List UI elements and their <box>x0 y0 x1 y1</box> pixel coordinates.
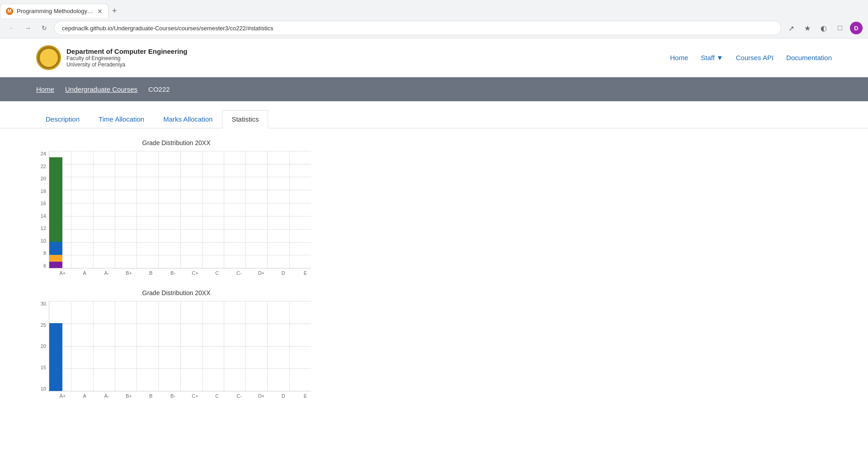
x2-label-dplus: D+ <box>250 393 272 399</box>
vgrid2-7 <box>202 301 203 391</box>
address-bar[interactable]: cepdnaclk.github.io/Undergraduate-Course… <box>54 21 781 35</box>
org-info: Department of Computer Engineering Facul… <box>66 47 188 68</box>
y2-label-20: 20 <box>36 343 46 349</box>
x2-label-b: B <box>140 393 162 399</box>
active-tab[interactable]: M Programming Methodology | un ✕ <box>0 4 108 18</box>
main-content: Grade Distribution 20XX 6 8 10 12 14 16 … <box>0 139 868 399</box>
x2-label-aplus: A+ <box>52 393 74 399</box>
x-label-e: E <box>294 270 316 276</box>
x-label-c: C <box>206 270 228 276</box>
x2-label-a: A <box>74 393 96 399</box>
tab-statistics[interactable]: Statistics <box>222 110 268 128</box>
y2-label-25: 25 <box>36 322 46 328</box>
x-label-d: D <box>272 270 294 276</box>
vgrid-11 <box>289 151 290 268</box>
org-name: Department of Computer Engineering <box>66 47 188 55</box>
breadcrumb: Home Undergraduate Courses CO222 <box>36 85 832 93</box>
y-label-24: 24 <box>36 151 46 156</box>
forward-button[interactable]: → <box>22 22 34 34</box>
vgrid2-4 <box>137 301 137 391</box>
chart-1-x-labels: A+ A A- B+ B B- C+ C C- D+ D E <box>36 270 316 276</box>
vgrid2-9 <box>245 301 246 391</box>
y2-label-30: 30 <box>36 301 46 306</box>
x2-label-e: E <box>294 393 316 399</box>
university-logo <box>36 45 61 70</box>
x2-label-bminus: B- <box>162 393 184 399</box>
breadcrumb-bar: Home Undergraduate Courses CO222 <box>0 77 868 101</box>
chart-1-area: 6 8 10 12 14 16 18 20 22 24 <box>36 151 316 268</box>
tab-marks-allocation[interactable]: Marks Allocation <box>154 110 222 128</box>
y-label-6: 6 <box>36 263 46 268</box>
x-label-cplus: C+ <box>184 270 206 276</box>
org-sub1: Faculty of Engineering <box>66 55 188 61</box>
chart-2-area: 10 15 20 25 30 <box>36 301 316 391</box>
x2-label-bplus: B+ <box>118 393 140 399</box>
y2-label-10: 10 <box>36 386 46 391</box>
vgrid-6 <box>180 151 181 268</box>
back-button[interactable]: ← <box>5 22 18 34</box>
nav-staff-label: Staff <box>701 54 715 61</box>
vgrid2-5 <box>158 301 159 391</box>
tabs-container: Description Time Allocation Marks Alloca… <box>0 110 868 128</box>
breadcrumb-home[interactable]: Home <box>36 85 54 93</box>
org-sub2: University of Peradeniya <box>66 61 188 68</box>
reload-button[interactable]: ↻ <box>38 22 51 34</box>
nav-documentation[interactable]: Documentation <box>786 54 832 61</box>
site-logo: Department of Computer Engineering Facul… <box>36 45 188 70</box>
x2-label-cplus: C+ <box>184 393 206 399</box>
y-label-20: 20 <box>36 176 46 181</box>
y-label-8: 8 <box>36 250 46 256</box>
dropdown-arrow-icon: ▼ <box>717 54 723 61</box>
x-label-dplus: D+ <box>250 270 272 276</box>
nav-home[interactable]: Home <box>670 54 688 61</box>
vgrid-5 <box>158 151 159 268</box>
x2-label-c: C <box>206 393 228 399</box>
nav-courses-api[interactable]: Courses API <box>736 54 774 61</box>
vgrid-7 <box>202 151 203 268</box>
chart-2: Grade Distribution 20XX 10 15 20 25 30 <box>36 289 316 399</box>
x-label-a: A <box>74 270 96 276</box>
chart-1-title: Grade Distribution 20XX <box>36 139 316 146</box>
split-view-button[interactable]: □ <box>834 22 846 34</box>
x2-label-cminus: C- <box>228 393 250 399</box>
new-tab-button[interactable]: + <box>108 6 121 16</box>
tab-close-button[interactable]: ✕ <box>97 8 103 15</box>
chart-2-body <box>49 301 311 391</box>
vgrid2-10 <box>267 301 268 391</box>
vgrid2-1 <box>71 301 71 391</box>
tab-favicon: M <box>6 8 13 15</box>
vgrid2-11 <box>289 301 290 391</box>
y-label-16: 16 <box>36 201 46 206</box>
bar2-a-minus <box>49 323 62 391</box>
chart-2-title: Grade Distribution 20XX <box>36 289 316 296</box>
breadcrumb-current: CO222 <box>148 85 170 93</box>
tab-time-allocation[interactable]: Time Allocation <box>89 110 154 128</box>
vgrid-9 <box>245 151 246 268</box>
vgrid-4 <box>137 151 137 268</box>
browser-chrome: M Programming Methodology | un ✕ + ← → ↻… <box>0 0 868 38</box>
nav-staff-dropdown[interactable]: Staff ▼ <box>701 54 723 61</box>
vgrid2-8 <box>224 301 224 391</box>
tab-description[interactable]: Description <box>36 110 89 128</box>
y-label-22: 22 <box>36 164 46 169</box>
tab-title: Programming Methodology | un <box>17 8 94 14</box>
x-label-cminus: C- <box>228 270 250 276</box>
x-label-bminus: B- <box>162 270 184 276</box>
chart-1-grid <box>49 151 311 268</box>
page: Department of Computer Engineering Facul… <box>0 38 868 461</box>
chart-2-y-axis: 10 15 20 25 30 <box>36 301 49 391</box>
profile-button[interactable]: D <box>850 22 863 34</box>
x-label-bplus: B+ <box>118 270 140 276</box>
vgrid-10 <box>267 151 268 268</box>
x-label-b: B <box>140 270 162 276</box>
bookmark-button[interactable]: ★ <box>801 22 814 34</box>
breadcrumb-undergraduate[interactable]: Undergraduate Courses <box>65 85 137 93</box>
vgrid-1 <box>71 151 71 268</box>
vgrid-2 <box>93 151 94 268</box>
tabs: Description Time Allocation Marks Alloca… <box>36 110 832 128</box>
extensions-button[interactable]: ◐ <box>817 22 830 34</box>
x2-label-d: D <box>272 393 294 399</box>
x-label-aplus: A+ <box>52 270 74 276</box>
site-nav: Home Staff ▼ Courses API Documentation <box>670 54 832 61</box>
share-button[interactable]: ➚ <box>785 22 797 34</box>
